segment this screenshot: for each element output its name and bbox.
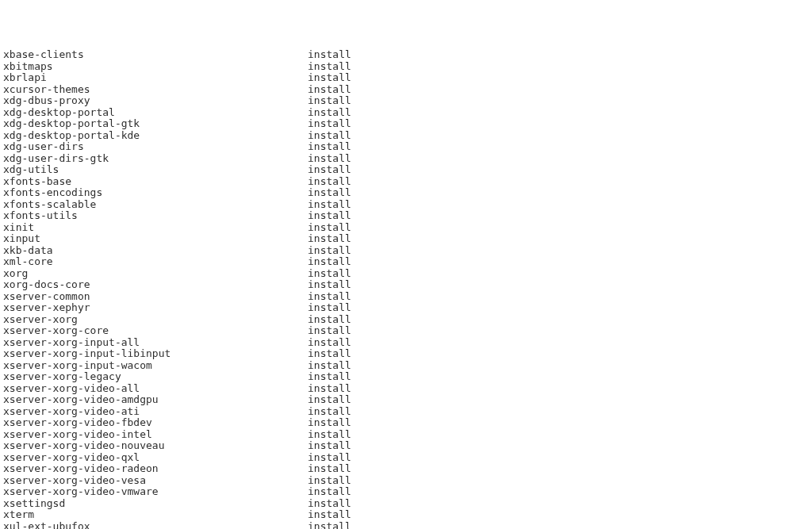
package-name: xserver-xorg [3,314,308,326]
package-name: xterm [3,509,308,521]
package-name: xfonts-base [3,176,308,188]
package-name: xserver-xorg-video-amdgpu [3,394,308,406]
package-status: install [308,348,351,360]
package-name: xserver-xephyr [3,302,308,314]
package-line: xorg-docs-coreinstall [3,279,812,291]
package-name: xfonts-scalable [3,199,308,211]
package-name: xserver-xorg-input-libinput [3,348,308,360]
package-line: xserver-xorg-video-nouveauinstall [3,440,812,452]
package-line: xfonts-utilsinstall [3,210,812,222]
package-name: xsettingsd [3,498,308,510]
package-line: xserver-xorg-input-libinputinstall [3,348,812,360]
package-status: install [308,521,351,530]
package-status: install [308,199,351,211]
package-status: install [308,463,351,475]
package-name: xbase-clients [3,49,308,61]
package-line: xterminstall [3,509,812,521]
package-line: xserver-xorg-video-amdgpuinstall [3,394,812,406]
package-line: xdg-utilsinstall [3,164,812,176]
package-status: install [308,187,351,199]
package-status: install [308,164,351,176]
package-line: xfonts-scalableinstall [3,199,812,211]
package-status: install [308,279,351,291]
package-name: xdg-dbus-proxy [3,95,308,107]
package-line: xserver-xorg-coreinstall [3,325,812,337]
package-line: xdg-desktop-portal-kdeinstall [3,130,812,142]
package-status: install [308,141,351,153]
package-status: install [308,406,351,418]
package-status: install [308,61,351,73]
package-status: install [308,176,351,188]
package-line: xinitinstall [3,222,812,234]
package-status: install [308,440,351,452]
package-name: xbitmaps [3,61,308,73]
package-line: xserver-xorg-video-intelinstall [3,429,812,441]
package-line: xserver-xorg-video-vesainstall [3,475,812,487]
package-line: xkb-datainstall [3,245,812,257]
package-name: xserver-xorg-video-ati [3,406,308,418]
package-name: xserver-xorg-video-fbdev [3,417,308,429]
package-status: install [308,417,351,429]
package-name: xbrlapi [3,72,308,84]
package-name: xserver-xorg-legacy [3,371,308,383]
package-name: xdg-desktop-portal-gtk [3,118,308,130]
package-line: xml-coreinstall [3,256,812,268]
package-status: install [308,268,351,280]
package-status: install [308,72,351,84]
package-line: xdg-user-dirs-gtkinstall [3,153,812,165]
package-line: xfonts-baseinstall [3,176,812,188]
package-status: install [308,118,351,130]
package-status: install [308,233,351,245]
package-line: xserver-xorg-video-radeoninstall [3,463,812,475]
package-line: xserver-commoninstall [3,291,812,303]
package-line: xcursor-themesinstall [3,84,812,96]
package-status: install [308,337,351,349]
package-name: xfonts-utils [3,210,308,222]
package-name: xdg-user-dirs-gtk [3,153,308,165]
package-line: xserver-xorg-video-allinstall [3,383,812,395]
package-line: xinputinstall [3,233,812,245]
package-name: xkb-data [3,245,308,257]
package-name: xserver-xorg-video-radeon [3,463,308,475]
package-status: install [308,325,351,337]
package-line: xserver-xorg-video-atiinstall [3,406,812,418]
package-status: install [308,222,351,234]
package-name: xinit [3,222,308,234]
package-line: xserver-xorg-video-vmwareinstall [3,486,812,498]
package-line: xsettingsdinstall [3,498,812,510]
package-status: install [308,314,351,326]
package-line: xserver-xephyrinstall [3,302,812,314]
package-line: xdg-user-dirsinstall [3,141,812,153]
package-status: install [308,475,351,487]
package-name: xserver-xorg-video-intel [3,429,308,441]
package-status: install [308,371,351,383]
package-line: xserver-xorginstall [3,314,812,326]
package-line: xul-ext-ubufoxinstall [3,521,812,530]
package-status: install [308,291,351,303]
package-name: xserver-xorg-input-wacom [3,360,308,372]
package-name: xcursor-themes [3,84,308,96]
package-status: install [308,107,351,119]
package-name: xinput [3,233,308,245]
package-name: xml-core [3,256,308,268]
package-name: xdg-desktop-portal-kde [3,130,308,142]
package-name: xdg-user-dirs [3,141,308,153]
package-status: install [308,360,351,372]
package-status: install [308,130,351,142]
package-status: install [308,509,351,521]
package-status: install [308,245,351,257]
package-status: install [308,256,351,268]
package-name: xorg-docs-core [3,279,308,291]
package-line: xserver-xorg-video-qxlinstall [3,452,812,464]
package-status: install [308,383,351,395]
package-status: install [308,394,351,406]
package-line: xbitmapsinstall [3,61,812,73]
terminal-output[interactable]: xbase-clientsinstallxbitmapsinstallxbrla… [3,49,812,529]
package-status: install [308,84,351,96]
package-line: xdg-dbus-proxyinstall [3,95,812,107]
package-name: xserver-xorg-input-all [3,337,308,349]
package-line: xserver-xorg-legacyinstall [3,371,812,383]
package-line: xfonts-encodingsinstall [3,187,812,199]
package-name: xserver-xorg-video-nouveau [3,440,308,452]
package-line: xserver-xorg-input-allinstall [3,337,812,349]
